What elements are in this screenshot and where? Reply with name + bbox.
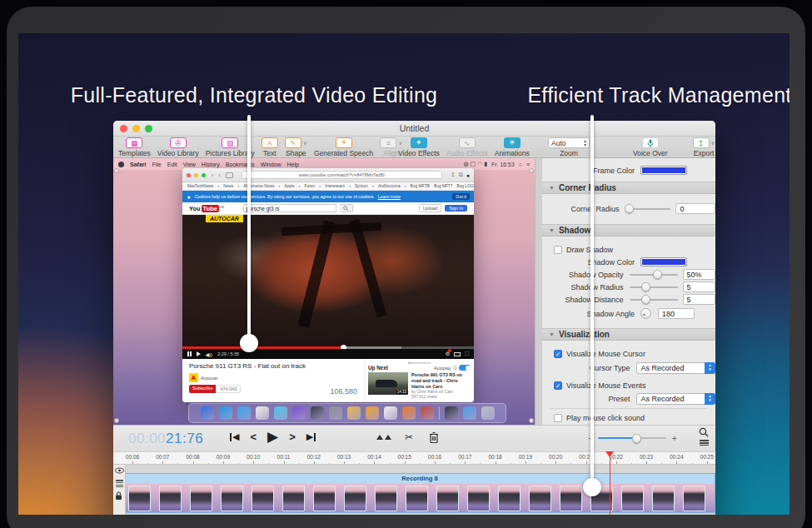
shadow-radius-slider[interactable]	[630, 282, 678, 291]
disclosure-triangle-icon[interactable]: ▼	[549, 185, 555, 191]
ruler-tick-label: 00:14	[361, 454, 386, 460]
ruler-tick-label: 00:21	[574, 454, 599, 460]
selection-handle[interactable]	[114, 168, 119, 173]
editing-canvas[interactable]: SafariFileEditViewHistoryBookmarksWindow…	[113, 158, 535, 425]
video-effects-button[interactable]: ✦ Video Effects	[395, 137, 443, 157]
trash-icon	[481, 406, 495, 420]
corner-radius-field[interactable]: 0	[675, 203, 715, 214]
delete-button[interactable]	[429, 431, 439, 443]
video-library-button[interactable]: ✇ Video Library	[154, 137, 202, 157]
jump-end-button[interactable]: ▶	[306, 432, 316, 441]
track-options-icon[interactable]	[115, 479, 124, 489]
voice-over-button[interactable]: Voice Over	[630, 137, 671, 157]
youtube-video-player: AUTOCAR ◀)) 2:29 / 5:35 ⚙	[182, 215, 474, 359]
messages-icon	[274, 406, 287, 420]
corner-radius-slider[interactable]	[625, 204, 670, 213]
ruler-tick-label: 00:19	[513, 454, 538, 460]
clip-thumbnail	[560, 486, 582, 511]
ruler-tick-label: 00:13	[331, 454, 356, 460]
shadow-opacity-field[interactable]: 50%	[683, 269, 715, 280]
subscribe-button: Subscribe	[189, 385, 216, 393]
disclosure-triangle-icon[interactable]: ▼	[549, 227, 555, 233]
popup-stepper-icon: ▲▼	[705, 362, 715, 374]
shadow-distance-field[interactable]: 5	[683, 294, 715, 305]
zoom-in-icon[interactable]: +	[671, 433, 676, 443]
zoom-to-fit-icon[interactable]	[699, 427, 709, 437]
disclosure-triangle-icon[interactable]: ▼	[549, 331, 555, 337]
shape-button[interactable]: ✎ ∨ Shape	[281, 137, 311, 157]
ruler-tick-label: 00:23	[634, 454, 659, 460]
add-marker-button[interactable]	[376, 435, 389, 440]
selection-handle[interactable]	[529, 168, 534, 173]
clip-thumbnail	[375, 486, 397, 511]
animations-button[interactable]: ✳ Animations	[491, 137, 533, 157]
section-visualization[interactable]: ▼ Visualization	[542, 328, 715, 341]
photos-color-icon	[347, 406, 361, 420]
draw-shadow-checkbox[interactable]	[554, 246, 562, 254]
chevron-down-icon: ▾	[237, 184, 239, 188]
books-icon	[402, 406, 416, 420]
track-list-icon[interactable]	[700, 439, 709, 447]
timeline-zoom-slider[interactable]	[598, 434, 666, 443]
app-store-icon	[219, 406, 232, 420]
selection-handle[interactable]	[529, 418, 534, 423]
youtube-search-button	[340, 204, 353, 212]
close-button[interactable]	[120, 125, 127, 132]
zoom-window-button[interactable]	[145, 125, 152, 132]
visualize-cursor-checkbox[interactable]: ✓	[554, 350, 562, 358]
channel-name: Autocar	[201, 376, 218, 381]
cookie-banner: ★ Cookies help us deliver our services. …	[182, 191, 474, 202]
clip-thumbnail	[436, 486, 459, 511]
toolbar: ▦ Templates ✇ Video Library ▨ Pictures L…	[113, 137, 715, 158]
selection-handle[interactable]	[114, 418, 119, 423]
shadow-distance-slider[interactable]	[630, 295, 678, 304]
theater-mode-icon	[454, 352, 461, 356]
step-forward-button[interactable]: >	[289, 431, 296, 443]
timeline-ruler[interactable]: 00:0600:0700:0800:0900:1000:1100:1200:13…	[113, 451, 715, 465]
autocar-watermark: AUTOCAR	[206, 215, 243, 222]
stepper-icon: ▴▾	[584, 139, 586, 147]
bookmark-item: Bug LOGO2	[456, 184, 474, 188]
canvas-zoom-popup[interactable]: Auto ▴▾ Zoom	[545, 137, 593, 157]
window-titlebar[interactable]: Untitled	[113, 121, 715, 137]
cursor-type-popup[interactable]: As Recorded ▲▼	[636, 362, 715, 374]
extension-icon: ●	[466, 172, 470, 178]
callout-dot-right	[583, 478, 601, 496]
signin-button: Sign in	[445, 205, 467, 212]
photos-icon	[256, 406, 269, 420]
canvas-inspector-splitter[interactable]	[535, 158, 542, 425]
shadow-opacity-slider[interactable]	[630, 270, 678, 279]
frame-color-well[interactable]	[640, 166, 687, 175]
playhead[interactable]	[610, 451, 614, 457]
jump-start-button[interactable]: ◀	[230, 432, 239, 441]
ruler-tick-label: 00:17	[452, 454, 477, 460]
step-back-button[interactable]: <	[250, 431, 257, 443]
bookmark-item: Bug WFTB	[411, 184, 430, 188]
shadow-angle-dial[interactable]	[640, 308, 651, 319]
preset-popup[interactable]: As Recorded ▲▼	[636, 393, 715, 405]
timeline-control-bar: 00:0021:76 ◀ < ▶ > ▶ ✂ − +	[113, 425, 715, 451]
text-button[interactable]: A Text	[258, 137, 281, 157]
track-lock-icon[interactable]	[115, 491, 124, 501]
shadow-color-well[interactable]	[640, 257, 687, 266]
clip-thumbnail	[344, 486, 366, 511]
bookmark-item: Apple	[284, 184, 294, 188]
shadow-radius-field[interactable]: 5	[683, 281, 715, 292]
ruler-tick-label: 00:07	[150, 454, 175, 460]
templates-button[interactable]: ▦ Templates	[115, 137, 154, 157]
visualize-events-checkbox[interactable]: ✓	[554, 381, 562, 390]
video-track-visibility-eye-icon[interactable]	[115, 467, 124, 474]
video-track-recording[interactable]: Recording 8	[124, 473, 715, 513]
shadow-angle-field[interactable]: 180	[658, 308, 695, 319]
subscriber-count: 474,043	[216, 385, 241, 393]
pause-icon	[187, 351, 192, 356]
split-clip-button[interactable]: ✂	[405, 431, 413, 443]
section-shadow[interactable]: ▼ Shadow	[542, 224, 715, 237]
play-button[interactable]: ▶	[267, 430, 278, 444]
ruler-tick-label: 00:10	[241, 454, 266, 460]
generated-speech-button[interactable]: ❝ Generated Speech	[311, 137, 376, 157]
section-corner-radius[interactable]: ▼ Corner Radius	[542, 182, 715, 194]
export-button[interactable]: ↥ ∨ Export	[690, 137, 715, 157]
minimize-button[interactable]	[132, 125, 140, 132]
click-sound-checkbox[interactable]	[554, 414, 562, 422]
